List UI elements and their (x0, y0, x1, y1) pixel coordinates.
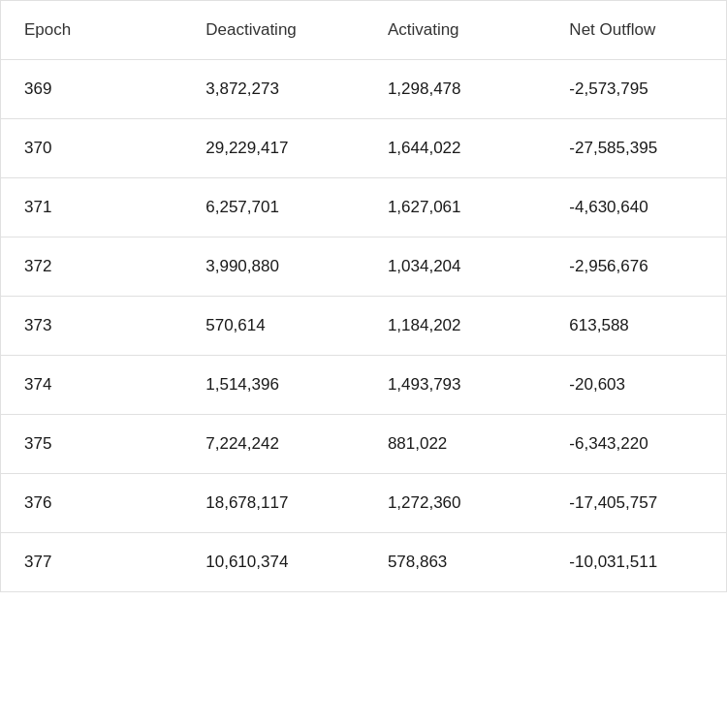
cell-activating: 1,644,022 (364, 119, 546, 178)
cell-epoch: 372 (1, 237, 182, 297)
cell-activating: 578,863 (364, 533, 546, 592)
cell-net_outflow: -6,343,220 (546, 415, 726, 474)
cell-net_outflow: 613,588 (546, 297, 726, 356)
cell-deactivating: 570,614 (182, 297, 364, 356)
cell-deactivating: 3,990,880 (182, 237, 364, 297)
table-row: 373570,6141,184,202613,588 (1, 297, 726, 356)
table-row: 3716,257,7011,627,061-4,630,640 (1, 178, 726, 237)
cell-deactivating: 1,514,396 (182, 356, 364, 415)
cell-epoch: 375 (1, 415, 182, 474)
col-header-epoch: Epoch (1, 1, 182, 60)
col-header-deactivating: Deactivating (182, 1, 364, 60)
cell-activating: 881,022 (364, 415, 546, 474)
col-header-activating: Activating (364, 1, 546, 60)
cell-net_outflow: -2,956,676 (546, 237, 726, 297)
cell-net_outflow: -2,573,795 (546, 60, 726, 119)
cell-activating: 1,298,478 (364, 60, 546, 119)
table-row: 3723,990,8801,034,204-2,956,676 (1, 237, 726, 297)
cell-activating: 1,184,202 (364, 297, 546, 356)
cell-net_outflow: -27,585,395 (546, 119, 726, 178)
table-row: 37029,229,4171,644,022-27,585,395 (1, 119, 726, 178)
cell-deactivating: 7,224,242 (182, 415, 364, 474)
cell-deactivating: 6,257,701 (182, 178, 364, 237)
main-table-container: Epoch Deactivating Activating Net Outflo… (0, 0, 727, 592)
cell-net_outflow: -17,405,757 (546, 474, 726, 533)
cell-deactivating: 18,678,117 (182, 474, 364, 533)
cell-deactivating: 3,872,273 (182, 60, 364, 119)
cell-epoch: 376 (1, 474, 182, 533)
table-row: 3757,224,242881,022-6,343,220 (1, 415, 726, 474)
cell-epoch: 371 (1, 178, 182, 237)
cell-deactivating: 10,610,374 (182, 533, 364, 592)
cell-activating: 1,034,204 (364, 237, 546, 297)
cell-net_outflow: -4,630,640 (546, 178, 726, 237)
cell-activating: 1,493,793 (364, 356, 546, 415)
cell-epoch: 370 (1, 119, 182, 178)
cell-epoch: 374 (1, 356, 182, 415)
table-row: 37710,610,374578,863-10,031,511 (1, 533, 726, 592)
cell-deactivating: 29,229,417 (182, 119, 364, 178)
cell-epoch: 373 (1, 297, 182, 356)
epoch-table: Epoch Deactivating Activating Net Outflo… (1, 1, 726, 591)
cell-epoch: 369 (1, 60, 182, 119)
table-row: 37618,678,1171,272,360-17,405,757 (1, 474, 726, 533)
cell-net_outflow: -10,031,511 (546, 533, 726, 592)
table-row: 3741,514,3961,493,793-20,603 (1, 356, 726, 415)
cell-epoch: 377 (1, 533, 182, 592)
col-header-net-outflow: Net Outflow (546, 1, 726, 60)
table-header-row: Epoch Deactivating Activating Net Outflo… (1, 1, 726, 60)
cell-activating: 1,627,061 (364, 178, 546, 237)
table-row: 3693,872,2731,298,478-2,573,795 (1, 60, 726, 119)
cell-net_outflow: -20,603 (546, 356, 726, 415)
cell-activating: 1,272,360 (364, 474, 546, 533)
